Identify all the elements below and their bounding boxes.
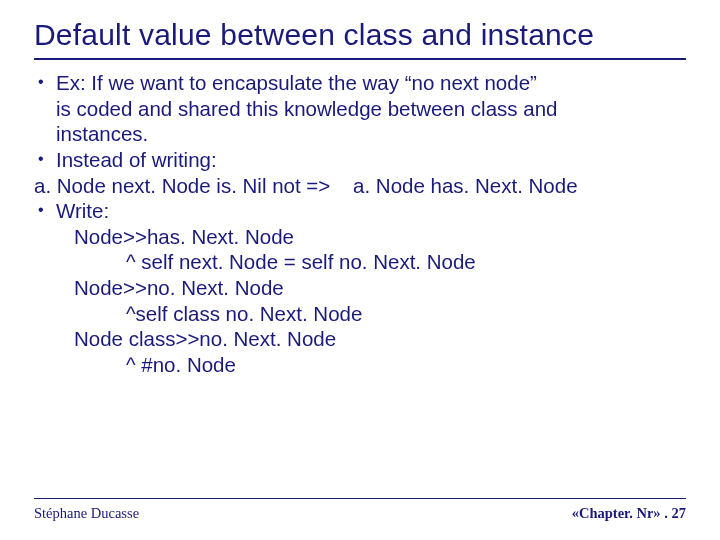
bullet-3-code-4: ^self class no. Next. Node xyxy=(126,301,686,327)
slide: Default value between class and instance… xyxy=(0,0,720,540)
bullet-1-line-3: instances. xyxy=(56,121,686,147)
slide-title: Default value between class and instance xyxy=(34,18,686,52)
slide-body: Ex: If we want to encapsulate the way “n… xyxy=(34,70,686,378)
footer-pageref: «Chapter. Nr» . 27 xyxy=(572,505,686,522)
slide-footer: Stéphane Ducasse «Chapter. Nr» . 27 xyxy=(34,498,686,522)
footer-row: Stéphane Ducasse «Chapter. Nr» . 27 xyxy=(34,505,686,522)
bullet-3-code-3: Node>>no. Next. Node xyxy=(74,275,686,301)
bullet-3-line-1: Write: xyxy=(56,198,686,224)
footer-rule xyxy=(34,498,686,499)
bullet-1-line-1: Ex: If we want to encapsulate the way “n… xyxy=(56,70,686,96)
bullet-2-code: a. Node next. Node is. Nil not => a. Nod… xyxy=(34,173,686,199)
bullet-1-line-2: is coded and shared this knowledge betwe… xyxy=(56,96,686,122)
bullet-3-code-1: Node>>has. Next. Node xyxy=(74,224,686,250)
bullet-2-line-1: Instead of writing: xyxy=(56,147,686,173)
bullet-3-code-6: ^ #no. Node xyxy=(126,352,686,378)
title-rule xyxy=(34,58,686,60)
bullet-3-code-5: Node class>>no. Next. Node xyxy=(74,326,686,352)
footer-author: Stéphane Ducasse xyxy=(34,505,139,522)
bullet-3-code-2: ^ self next. Node = self no. Next. Node xyxy=(126,249,686,275)
